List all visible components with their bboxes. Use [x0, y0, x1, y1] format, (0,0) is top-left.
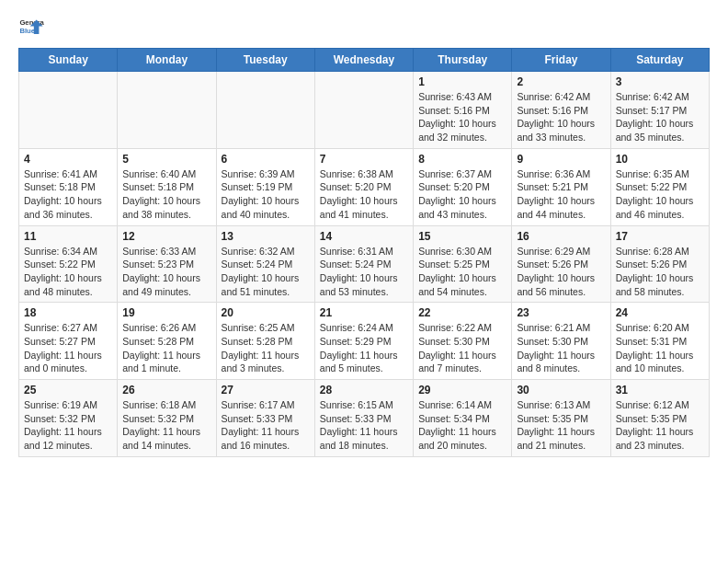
calendar-cell: 10Sunrise: 6:35 AM Sunset: 5:22 PM Dayli…: [610, 148, 709, 225]
calendar-cell: [19, 72, 118, 149]
day-number: 3: [616, 75, 704, 88]
day-info: Sunrise: 6:29 AM Sunset: 5:26 PM Dayligh…: [517, 245, 605, 299]
day-number: 4: [24, 153, 112, 166]
logo: General Blue: [18, 15, 48, 40]
day-info: Sunrise: 6:35 AM Sunset: 5:22 PM Dayligh…: [616, 167, 704, 222]
day-info: Sunrise: 6:15 AM Sunset: 5:33 PM Dayligh…: [320, 398, 408, 453]
day-number: 22: [418, 306, 506, 319]
day-number: 7: [320, 153, 408, 166]
calendar-cell: 14Sunrise: 6:31 AM Sunset: 5:24 PM Dayli…: [314, 225, 413, 303]
day-number: 12: [122, 230, 210, 243]
day-info: Sunrise: 6:18 AM Sunset: 5:32 PM Dayligh…: [122, 398, 210, 453]
day-number: 13: [222, 230, 310, 243]
day-info: Sunrise: 6:42 AM Sunset: 5:16 PM Dayligh…: [517, 90, 605, 144]
day-info: Sunrise: 6:30 AM Sunset: 5:25 PM Dayligh…: [418, 245, 506, 299]
day-number: 29: [418, 384, 506, 396]
day-info: Sunrise: 6:13 AM Sunset: 5:35 PM Dayligh…: [517, 398, 605, 453]
day-info: Sunrise: 6:14 AM Sunset: 5:34 PM Dayligh…: [418, 398, 506, 453]
calendar-cell: 29Sunrise: 6:14 AM Sunset: 5:34 PM Dayli…: [414, 380, 512, 457]
weekday-sunday: Sunday: [19, 49, 118, 72]
calendar-cell: 24Sunrise: 6:20 AM Sunset: 5:31 PM Dayli…: [610, 303, 709, 380]
day-info: Sunrise: 6:17 AM Sunset: 5:33 PM Dayligh…: [222, 398, 310, 453]
day-number: 20: [222, 306, 310, 319]
day-info: Sunrise: 6:12 AM Sunset: 5:35 PM Dayligh…: [616, 398, 704, 453]
day-number: 26: [122, 384, 210, 396]
day-number: 31: [616, 384, 704, 396]
day-number: 28: [320, 384, 408, 396]
day-number: 15: [418, 230, 506, 243]
calendar-cell: 31Sunrise: 6:12 AM Sunset: 5:35 PM Dayli…: [610, 380, 709, 457]
weekday-row: SundayMondayTuesdayWednesdayThursdayFrid…: [19, 49, 710, 72]
day-info: Sunrise: 6:33 AM Sunset: 5:23 PM Dayligh…: [122, 245, 210, 299]
day-info: Sunrise: 6:20 AM Sunset: 5:31 PM Dayligh…: [616, 321, 704, 375]
day-info: Sunrise: 6:41 AM Sunset: 5:18 PM Dayligh…: [24, 167, 112, 222]
calendar-cell: 9Sunrise: 6:36 AM Sunset: 5:21 PM Daylig…: [512, 148, 610, 225]
calendar-cell: 18Sunrise: 6:27 AM Sunset: 5:27 PM Dayli…: [19, 303, 118, 380]
week-row-3: 11Sunrise: 6:34 AM Sunset: 5:22 PM Dayli…: [19, 225, 710, 303]
day-number: 24: [616, 306, 704, 319]
calendar-cell: 17Sunrise: 6:28 AM Sunset: 5:26 PM Dayli…: [610, 225, 709, 303]
weekday-friday: Friday: [512, 49, 610, 72]
day-number: 30: [517, 384, 605, 396]
week-row-2: 4Sunrise: 6:41 AM Sunset: 5:18 PM Daylig…: [19, 148, 710, 225]
day-info: Sunrise: 6:26 AM Sunset: 5:28 PM Dayligh…: [122, 321, 210, 375]
calendar-cell: 25Sunrise: 6:19 AM Sunset: 5:32 PM Dayli…: [19, 380, 118, 457]
day-info: Sunrise: 6:27 AM Sunset: 5:27 PM Dayligh…: [24, 321, 112, 375]
weekday-tuesday: Tuesday: [216, 49, 314, 72]
day-info: Sunrise: 6:22 AM Sunset: 5:30 PM Dayligh…: [418, 321, 506, 375]
day-number: 17: [616, 230, 704, 243]
day-info: Sunrise: 6:40 AM Sunset: 5:18 PM Dayligh…: [122, 167, 210, 222]
calendar-cell: 12Sunrise: 6:33 AM Sunset: 5:23 PM Dayli…: [118, 225, 216, 303]
weekday-saturday: Saturday: [610, 49, 709, 72]
calendar-cell: 16Sunrise: 6:29 AM Sunset: 5:26 PM Dayli…: [512, 225, 610, 303]
day-number: 9: [517, 153, 605, 166]
svg-text:Blue: Blue: [19, 27, 35, 35]
day-info: Sunrise: 6:25 AM Sunset: 5:28 PM Dayligh…: [222, 321, 310, 375]
calendar-cell: 22Sunrise: 6:22 AM Sunset: 5:30 PM Dayli…: [414, 303, 512, 380]
calendar-cell: 8Sunrise: 6:37 AM Sunset: 5:20 PM Daylig…: [414, 148, 512, 225]
calendar-header: SundayMondayTuesdayWednesdayThursdayFrid…: [19, 49, 710, 72]
calendar-cell: 13Sunrise: 6:32 AM Sunset: 5:24 PM Dayli…: [216, 225, 314, 303]
calendar-cell: [216, 72, 314, 149]
calendar-cell: 20Sunrise: 6:25 AM Sunset: 5:28 PM Dayli…: [216, 303, 314, 380]
day-number: 16: [517, 230, 605, 243]
weekday-wednesday: Wednesday: [314, 49, 413, 72]
day-info: Sunrise: 6:34 AM Sunset: 5:22 PM Dayligh…: [24, 245, 112, 299]
day-number: 19: [122, 306, 210, 319]
weekday-thursday: Thursday: [414, 49, 512, 72]
day-number: 18: [24, 306, 112, 319]
day-number: 14: [320, 230, 408, 243]
day-number: 5: [122, 153, 210, 166]
calendar-cell: 6Sunrise: 6:39 AM Sunset: 5:19 PM Daylig…: [216, 148, 314, 225]
calendar-cell: 3Sunrise: 6:42 AM Sunset: 5:17 PM Daylig…: [610, 72, 709, 149]
weekday-monday: Monday: [118, 49, 216, 72]
week-row-4: 18Sunrise: 6:27 AM Sunset: 5:27 PM Dayli…: [19, 303, 710, 380]
calendar-cell: 7Sunrise: 6:38 AM Sunset: 5:20 PM Daylig…: [314, 148, 413, 225]
day-info: Sunrise: 6:38 AM Sunset: 5:20 PM Dayligh…: [320, 167, 408, 222]
calendar-cell: 30Sunrise: 6:13 AM Sunset: 5:35 PM Dayli…: [512, 380, 610, 457]
day-info: Sunrise: 6:21 AM Sunset: 5:30 PM Dayligh…: [517, 321, 605, 375]
day-number: 27: [222, 384, 310, 396]
day-info: Sunrise: 6:42 AM Sunset: 5:17 PM Dayligh…: [616, 90, 704, 144]
calendar-cell: 27Sunrise: 6:17 AM Sunset: 5:33 PM Dayli…: [216, 380, 314, 457]
day-number: 8: [418, 153, 506, 166]
calendar-cell: [314, 72, 413, 149]
calendar-cell: 19Sunrise: 6:26 AM Sunset: 5:28 PM Dayli…: [118, 303, 216, 380]
page-header: General Blue: [18, 15, 710, 44]
day-number: 1: [418, 75, 506, 88]
day-info: Sunrise: 6:28 AM Sunset: 5:26 PM Dayligh…: [616, 245, 704, 299]
calendar-cell: [118, 72, 216, 149]
calendar-cell: 1Sunrise: 6:43 AM Sunset: 5:16 PM Daylig…: [414, 72, 512, 149]
day-info: Sunrise: 6:43 AM Sunset: 5:16 PM Dayligh…: [418, 90, 506, 144]
calendar-cell: 28Sunrise: 6:15 AM Sunset: 5:33 PM Dayli…: [314, 380, 413, 457]
day-info: Sunrise: 6:39 AM Sunset: 5:19 PM Dayligh…: [222, 167, 310, 222]
day-number: 25: [24, 384, 112, 396]
day-number: 23: [517, 306, 605, 319]
logo-icon: General Blue: [18, 15, 44, 40]
calendar-cell: 26Sunrise: 6:18 AM Sunset: 5:32 PM Dayli…: [118, 380, 216, 457]
calendar-cell: 11Sunrise: 6:34 AM Sunset: 5:22 PM Dayli…: [19, 225, 118, 303]
week-row-5: 25Sunrise: 6:19 AM Sunset: 5:32 PM Dayli…: [19, 380, 710, 457]
day-info: Sunrise: 6:36 AM Sunset: 5:21 PM Dayligh…: [517, 167, 605, 222]
day-number: 11: [24, 230, 112, 243]
day-number: 2: [517, 75, 605, 88]
